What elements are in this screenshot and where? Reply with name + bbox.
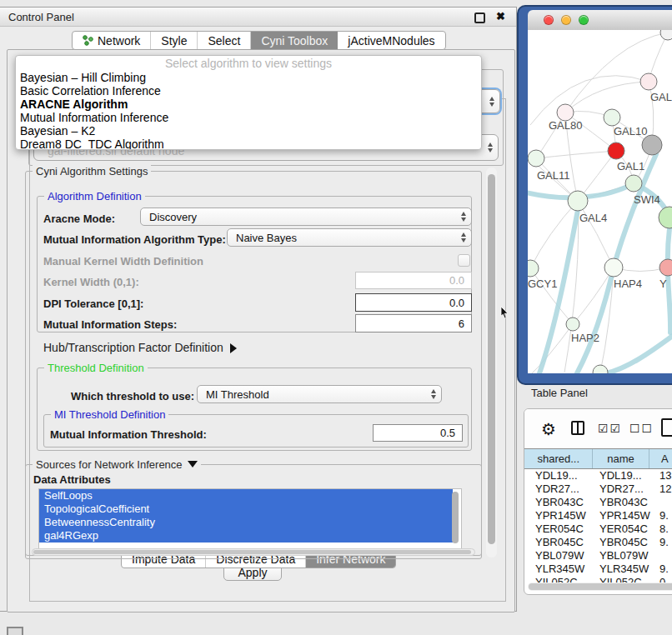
table-cell: YLR345W xyxy=(524,562,596,576)
node-hap2[interactable] xyxy=(566,318,579,331)
network-edge xyxy=(536,151,616,158)
which-threshold-combo[interactable]: MI Threshold xyxy=(197,385,442,403)
dropdown-item[interactable]: Mutual Information Inference xyxy=(16,111,481,124)
node-top-partial[interactable] xyxy=(660,30,672,40)
network-icon xyxy=(83,35,93,46)
tab-jactivemnodules[interactable]: jActiveMNodules xyxy=(338,32,444,49)
node-green-right[interactable] xyxy=(659,207,672,228)
node-gal4[interactable] xyxy=(568,191,588,211)
list-scrollbar[interactable] xyxy=(452,492,459,543)
algorithm-dropdown-popup: Select algorithm to view settings Bayesi… xyxy=(15,55,482,150)
table-row[interactable]: YBR045CYBR045C9. xyxy=(524,536,672,549)
kernel-width-value: 0.0 xyxy=(449,274,464,287)
kernel-width-label: Kernel Width (0,1): xyxy=(43,276,139,288)
manual-kernel-checkbox[interactable] xyxy=(458,254,470,267)
network-graph: GAL80GAL10GAL1GAL11SWI4GAL4GCY1HAP4YHAP2… xyxy=(528,30,672,373)
tab-label: Select xyxy=(208,34,240,48)
attribute-item[interactable]: TopologicalCoefficient xyxy=(39,502,453,516)
tab-bar: NetworkStyleSelectCyni ToolboxjActiveMNo… xyxy=(72,31,446,50)
table-row[interactable]: YDL19...YDL19...13 xyxy=(524,469,672,482)
deselect-checkboxes-icon[interactable]: ☐☐ xyxy=(629,422,654,435)
dropdown-item-list: Bayesian – Hill ClimbingBasic Correlatio… xyxy=(16,71,481,150)
table-row[interactable]: YBR043CYBR043C xyxy=(524,496,672,509)
expand-right-icon xyxy=(230,343,237,353)
node-label-gal80: GAL80 xyxy=(549,119,582,132)
attribute-item[interactable]: BetweennessCentrality xyxy=(39,516,453,529)
tab-cyni-toolbox[interactable]: Cyni Toolbox xyxy=(251,32,338,49)
node-label-hap4: HAP4 xyxy=(614,278,642,290)
node-gal11[interactable] xyxy=(528,150,544,167)
dropdown-item[interactable]: Bayesian – Hill Climbing xyxy=(16,71,481,84)
combo-stepper-icon xyxy=(489,97,494,107)
dropdown-item[interactable]: Dream8 DC_TDC Algorithm xyxy=(16,138,481,150)
mi-steps-field[interactable]: 6 xyxy=(355,314,472,332)
hub-definition-toggle[interactable]: Hub/Transcription Factor Definition xyxy=(43,341,237,354)
table-cell: 9. xyxy=(654,509,672,522)
table-row[interactable]: YER054CYER054C8. xyxy=(524,522,672,536)
aracne-mode-label: Aracne Mode: xyxy=(43,212,115,225)
dropdown-item[interactable]: ARACNE Algorithm xyxy=(16,98,481,111)
mi-algorithm-type-combo[interactable]: Naive Bayes xyxy=(227,228,472,247)
table-panel-card: ⚙ ☑☑ ☐☐ shared...nameA YDL19...YDL19...1… xyxy=(524,408,672,595)
split-view-icon[interactable] xyxy=(571,421,584,435)
node-gal10[interactable] xyxy=(604,109,620,126)
node-label-gal4: GAL4 xyxy=(579,212,607,224)
table-panel-title: Table Panel xyxy=(531,387,588,399)
float-window-icon[interactable] xyxy=(474,12,485,23)
horizontal-scrollbar[interactable] xyxy=(32,548,475,556)
combo-stepper-icon xyxy=(461,212,466,222)
tab-style[interactable]: Style xyxy=(151,32,198,49)
dpi-tolerance-field[interactable]: 0.0 xyxy=(355,293,472,312)
data-attributes-list[interactable]: SelfLoopsTopologicalCoefficientBetweenne… xyxy=(38,488,462,550)
mac-minimize-icon[interactable] xyxy=(561,15,571,25)
table-cell: YBL079W xyxy=(596,549,654,562)
column-header-3[interactable]: A xyxy=(649,449,672,468)
network-canvas[interactable]: GAL80GAL10GAL1GAL11SWI4GAL4GCY1HAP4YHAP2… xyxy=(528,30,672,373)
node-gray[interactable] xyxy=(642,135,662,155)
node-gal-right[interactable] xyxy=(640,73,657,90)
tab-select[interactable]: Select xyxy=(198,32,251,49)
tab-network[interactable]: Network xyxy=(73,32,151,49)
attribute-item[interactable]: SelfLoops xyxy=(39,489,453,502)
kernel-width-field: 0.0 xyxy=(355,272,472,289)
control-panel-titlebar: Control Panel ✖ xyxy=(0,8,516,27)
table-horizontal-scrollbar[interactable] xyxy=(528,582,672,591)
gear-icon[interactable]: ⚙ xyxy=(541,419,556,439)
threshold-definition-legend: Threshold Definition xyxy=(44,362,148,374)
settings-vertical-scrollbar[interactable] xyxy=(486,168,497,558)
node-bottom-partial[interactable] xyxy=(593,365,608,373)
node-hap4[interactable] xyxy=(604,258,623,277)
dropdown-item[interactable]: Bayesian – K2 xyxy=(16,124,481,138)
node-label-gcy1: GCY1 xyxy=(528,278,557,290)
node-pink-right[interactable] xyxy=(659,259,672,276)
table-cell: 9. xyxy=(654,562,672,576)
select-all-checkboxes-icon[interactable]: ☑☑ xyxy=(598,422,622,435)
table-row[interactable]: YLR345WYLR345W9. xyxy=(524,562,672,576)
mi-threshold-field[interactable]: 0.5 xyxy=(373,424,463,442)
table-row[interactable]: YDR27...YDR27...12 xyxy=(524,482,672,496)
new-column-icon[interactable] xyxy=(661,418,672,437)
collapse-down-icon xyxy=(188,461,198,468)
table-cell xyxy=(654,549,672,562)
column-header-2[interactable]: name xyxy=(593,449,649,468)
docked-panel-chip[interactable] xyxy=(7,627,23,635)
table-row[interactable]: YBL079WYBL079W xyxy=(524,549,672,562)
node-gal1-red[interactable] xyxy=(608,142,624,159)
node-gal80[interactable] xyxy=(557,104,574,121)
column-header-1[interactable]: shared... xyxy=(524,449,593,468)
table-cell: 9. xyxy=(654,536,672,549)
node-swi4[interactable] xyxy=(625,175,642,192)
dropdown-prompt: Select algorithm to view settings xyxy=(16,56,481,71)
dropdown-item[interactable]: Basic Correlation Inference xyxy=(16,84,481,98)
table-cell: YER054C xyxy=(596,522,654,536)
table-cell: 13 xyxy=(654,469,672,482)
table-row[interactable]: YPR145WYPR145W9. xyxy=(524,509,672,522)
mac-close-icon[interactable] xyxy=(544,15,554,25)
close-icon[interactable]: ✖ xyxy=(496,10,505,22)
mac-zoom-icon[interactable] xyxy=(579,15,589,25)
sources-legend[interactable]: Sources for Network Inference xyxy=(33,458,201,471)
attribute-item[interactable]: gal4RGexp xyxy=(39,529,453,542)
node-gcy1[interactable] xyxy=(528,260,539,277)
which-threshold-value: MI Threshold xyxy=(206,388,269,401)
aracne-mode-combo[interactable]: Discovery xyxy=(140,208,472,226)
